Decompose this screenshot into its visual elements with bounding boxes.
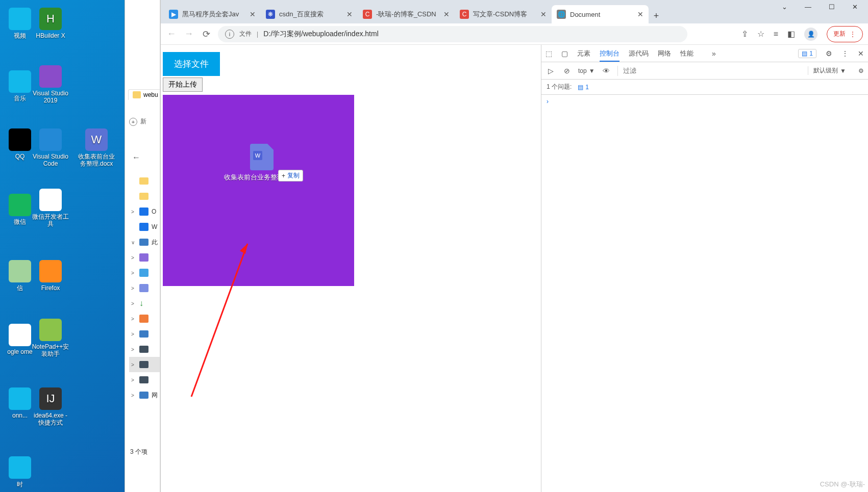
- desktop-icon[interactable]: 时: [0, 456, 40, 488]
- window-controls: ⌄ — ☐ ✕: [782, 0, 868, 10]
- explorer-tree-item[interactable]: >: [129, 357, 160, 372]
- desktop-icon[interactable]: HHBuilder X: [31, 8, 70, 39]
- omnibox-separator: |: [257, 31, 258, 38]
- browser-tab[interactable]: C写文章-CSDN博客✕: [455, 5, 552, 23]
- console-filter-input[interactable]: [617, 66, 755, 76]
- nav-back-icon[interactable]: ←: [166, 29, 177, 39]
- console-settings-icon[interactable]: ⚙: [858, 67, 864, 74]
- tab-close-icon[interactable]: ✕: [443, 10, 450, 18]
- devtools-tab[interactable]: 元素: [577, 46, 590, 61]
- explorer-tree-item[interactable]: >: [129, 326, 160, 342]
- desktop-icon[interactable]: W收集表前台业务整理.docx: [77, 128, 116, 167]
- side-panel-icon[interactable]: ◧: [787, 29, 795, 39]
- start-upload-button[interactable]: 开始上传: [163, 77, 203, 92]
- app-icon: [9, 70, 31, 93]
- desktop-icon[interactable]: 微信开发者工具: [31, 189, 70, 227]
- console-toolbar: ▷ ⊘ top▼ 👁 默认级别▼ ⚙: [541, 62, 868, 80]
- browser-tab[interactable]: 🌐Document✕: [552, 5, 649, 23]
- devtools-tab[interactable]: 网络: [658, 46, 671, 61]
- new-tab-button[interactable]: +: [649, 8, 664, 23]
- explorer-tree-item[interactable]: >: [129, 342, 160, 357]
- explorer-tree-item[interactable]: >网: [129, 387, 160, 403]
- app-icon: IJ: [39, 387, 62, 410]
- app-icon: [39, 128, 62, 151]
- devtools-close-icon[interactable]: ✕: [858, 49, 864, 58]
- explorer-tree-item[interactable]: >: [129, 280, 160, 296]
- desktop-icon[interactable]: IJidea64.exe - 快捷方式: [31, 387, 70, 426]
- chevron-icon: >: [131, 377, 136, 383]
- favicon: 🌐: [557, 10, 566, 19]
- devtools-settings-icon[interactable]: ⚙: [826, 49, 832, 58]
- app-icon: [39, 189, 62, 211]
- log-level-selector[interactable]: 默认级别▼: [808, 66, 846, 75]
- bookmark-star-icon[interactable]: ☆: [757, 29, 764, 39]
- chevron-icon: >: [131, 301, 136, 306]
- window-close-icon[interactable]: ✕: [852, 3, 858, 11]
- desktop-icon-label: Visual Studio Code: [31, 153, 70, 167]
- tree-icon: [139, 223, 148, 231]
- console-sidebar-toggle-icon[interactable]: ▷: [545, 67, 556, 75]
- desktop-icon-label: 微信开发者工具: [31, 213, 70, 227]
- explorer-tree-item[interactable]: [129, 189, 160, 204]
- chevron-icon: >: [131, 316, 136, 322]
- devtools-menu-icon[interactable]: ⋮: [841, 49, 849, 58]
- reading-list-icon[interactable]: ≡: [774, 30, 778, 39]
- desktop-icon[interactable]: Visual Studio 2019: [31, 65, 70, 104]
- explorer-tree-item[interactable]: W: [129, 219, 160, 235]
- window-maximize-icon[interactable]: ☐: [829, 3, 835, 11]
- inspect-element-icon[interactable]: ⬚: [545, 49, 552, 58]
- devtools-tab[interactable]: 控制台: [600, 46, 619, 62]
- explorer-tree-item[interactable]: >: [129, 265, 160, 280]
- tree-icon: [139, 346, 148, 353]
- profile-avatar[interactable]: 👤: [804, 28, 817, 41]
- explorer-tree-item[interactable]: ∨此: [129, 235, 160, 250]
- tree-icon: [139, 315, 148, 323]
- window-dropdown-icon[interactable]: ⌄: [782, 3, 787, 11]
- browser-tab[interactable]: ❋csdn_百度搜索✕: [261, 5, 358, 23]
- share-icon[interactable]: ⇪: [741, 29, 748, 39]
- console-clear-icon[interactable]: ⊘: [562, 67, 572, 75]
- explorer-tree-item[interactable]: [129, 173, 160, 189]
- devtools-issue-badge[interactable]: ▤ 1: [798, 49, 816, 58]
- explorer-tree-item[interactable]: >: [129, 250, 160, 265]
- omnibox[interactable]: i 文件 | D:/学习案例/webuploader/index.html: [218, 26, 687, 42]
- devtools-more-tabs[interactable]: »: [712, 49, 716, 58]
- live-expression-icon[interactable]: 👁: [601, 67, 611, 75]
- window-minimize-icon[interactable]: —: [805, 3, 811, 11]
- plus-icon: +: [282, 172, 285, 179]
- tree-label: 网: [152, 391, 158, 400]
- browser-tab[interactable]: C-耿瑞-的博客_CSDN✕: [358, 5, 455, 23]
- devtools-tab[interactable]: 性能: [680, 46, 693, 61]
- browser-tab[interactable]: ▶黑马程序员全套Jav✕: [164, 5, 261, 23]
- desktop-icon[interactable]: Firefox: [31, 260, 70, 292]
- devtools-tab[interactable]: 源代码: [629, 46, 649, 61]
- desktop-icon-label: onn...: [12, 412, 28, 419]
- nav-forward-icon[interactable]: →: [183, 29, 194, 39]
- devtools-panel: ⬚ ▢ 元素控制台源代码网络性能 » ▤ 1 ⚙ ⋮ ✕ ▷ ⊘ top▼ 👁 …: [541, 45, 868, 492]
- issues-count-badge[interactable]: ▤ 1: [578, 84, 589, 91]
- console-body[interactable]: ›: [541, 95, 868, 492]
- device-toggle-icon[interactable]: ▢: [561, 49, 568, 58]
- context-selector[interactable]: top▼: [578, 67, 595, 74]
- explorer-new[interactable]: + 新: [129, 117, 146, 126]
- explorer-tree-item[interactable]: >O: [129, 204, 160, 219]
- explorer-tree-item[interactable]: >: [129, 311, 160, 326]
- desktop-icon[interactable]: Visual Studio Code: [31, 128, 70, 167]
- explorer-tab[interactable]: webu: [128, 89, 160, 100]
- tab-close-icon[interactable]: ✕: [346, 10, 353, 18]
- site-info-icon[interactable]: i: [225, 30, 234, 39]
- tree-icon: [139, 361, 148, 368]
- tab-close-icon[interactable]: ✕: [637, 10, 643, 18]
- explorer-tab-label: webu: [143, 91, 158, 98]
- tab-close-icon[interactable]: ✕: [540, 10, 547, 18]
- explorer-back-icon[interactable]: ←: [132, 153, 140, 162]
- plus-icon: +: [129, 118, 137, 126]
- copy-tooltip-label: 复制: [287, 171, 300, 180]
- desktop-icon[interactable]: NotePad++安装助手: [31, 319, 70, 357]
- update-button[interactable]: 更新 ⋮: [827, 26, 863, 42]
- tab-close-icon[interactable]: ✕: [250, 10, 256, 18]
- explorer-tree-item[interactable]: >↓: [129, 296, 160, 311]
- explorer-tree-item[interactable]: >: [129, 372, 160, 387]
- nav-reload-icon[interactable]: ⟳: [201, 29, 212, 40]
- select-file-button[interactable]: 选择文件: [163, 52, 220, 76]
